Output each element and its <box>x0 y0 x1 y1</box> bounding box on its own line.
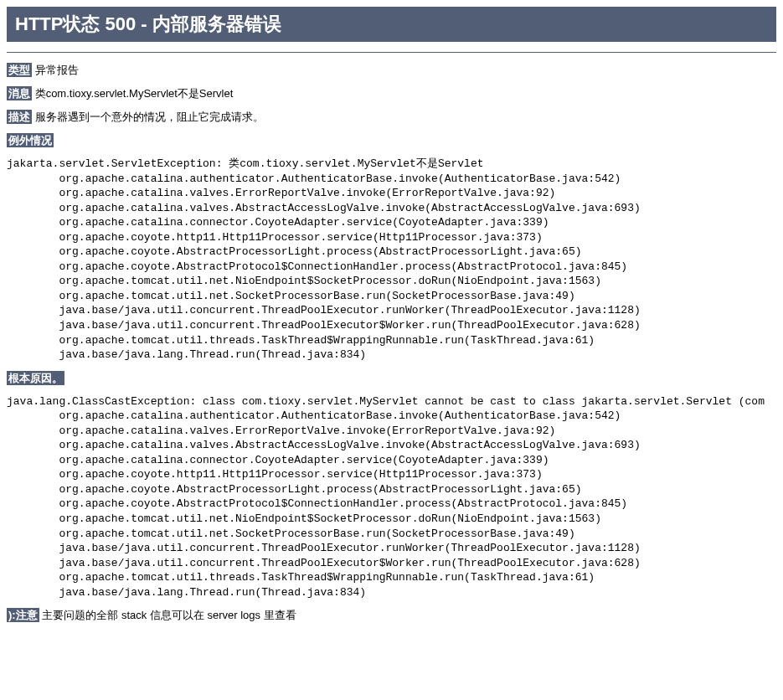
message-label: 消息 <box>7 86 32 100</box>
rootcause-label: 根本原因。 <box>7 371 64 385</box>
type-row: 类型 异常报告 <box>7 63 776 78</box>
divider <box>7 52 776 53</box>
message-value: 类com.tioxy.servlet.MyServlet不是Servlet <box>35 87 234 100</box>
type-label: 类型 <box>7 63 32 77</box>
type-value: 异常报告 <box>35 64 79 76</box>
message-row: 消息 类com.tioxy.servlet.MyServlet不是Servlet <box>7 86 776 101</box>
exception-stacktrace: jakarta.servlet.ServletException: 类com.t… <box>7 157 776 363</box>
rootcause-stacktrace: java.lang.ClassCastException: class com.… <box>7 394 776 600</box>
description-row: 描述 服务器遇到一个意外的情况，阻止它完成请求。 <box>7 110 776 125</box>
page-title: HTTP状态 500 - 内部服务器错误 <box>7 7 776 42</box>
rootcause-heading-row: 根本原因。 <box>7 371 776 386</box>
note-value: 主要问题的全部 stack 信息可以在 server logs 里查看 <box>42 609 296 621</box>
exception-label: 例外情况 <box>7 133 54 147</box>
description-value: 服务器遇到一个意外的情况，阻止它完成请求。 <box>35 111 264 123</box>
description-label: 描述 <box>7 110 32 124</box>
note-row: ):注意 主要问题的全部 stack 信息可以在 server logs 里查看 <box>7 608 776 623</box>
note-label: ):注意 <box>7 608 39 622</box>
exception-heading-row: 例外情况 <box>7 133 776 148</box>
